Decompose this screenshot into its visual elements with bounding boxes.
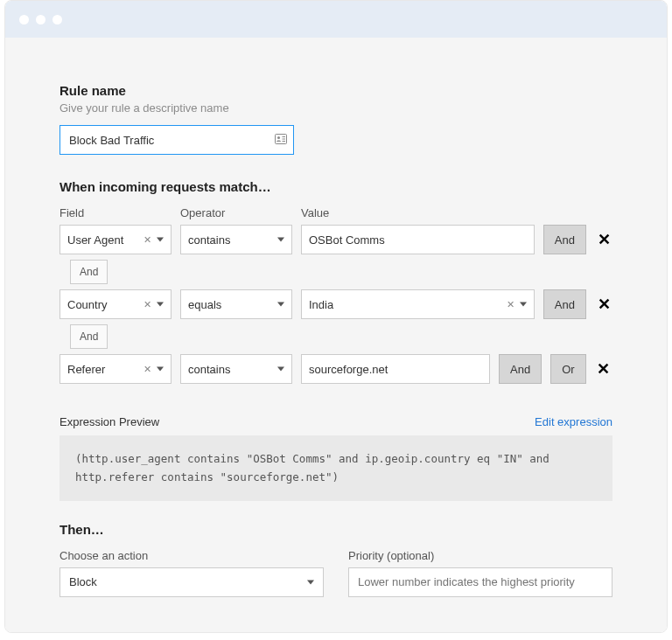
field-select[interactable]: User Agent ✕: [60, 225, 172, 254]
chevron-down-icon: [277, 367, 284, 372]
remove-row-icon[interactable]: ✕: [595, 230, 612, 249]
edit-expression-link[interactable]: Edit expression: [535, 415, 612, 428]
value-input-text: sourceforge.net: [309, 363, 388, 376]
rule-name-subtitle: Give your rule a descriptive name: [60, 101, 612, 115]
rule-row: Referer ✕ contains sourceforge.net And O…: [60, 354, 612, 384]
action-select-value: Block: [69, 575, 97, 588]
svg-point-1: [277, 136, 280, 139]
clear-icon[interactable]: ✕: [144, 299, 151, 310]
field-select-label: Country: [67, 298, 108, 311]
field-select-label: Referer: [67, 363, 105, 376]
chevron-down-icon: [277, 303, 284, 307]
remove-row-icon[interactable]: ✕: [595, 295, 612, 314]
window-titlebar: [5, 1, 667, 38]
chevron-down-icon: [157, 303, 164, 307]
remove-row-icon[interactable]: ✕: [595, 359, 612, 379]
value-input-text: India: [309, 298, 333, 311]
header-value: Value: [301, 206, 612, 219]
operator-select-label: equals: [188, 298, 221, 311]
connector-badge: And: [70, 324, 108, 349]
column-headers: Field Operator Value: [60, 206, 612, 219]
rule-name-title: Rule name: [60, 83, 612, 98]
window-dot: [52, 15, 62, 24]
header-field: Field: [60, 206, 172, 219]
and-button[interactable]: And: [543, 289, 586, 319]
chevron-down-icon: [277, 238, 284, 242]
field-select-label: User Agent: [67, 233, 123, 247]
and-button[interactable]: And: [543, 225, 586, 254]
chevron-down-icon: [307, 580, 314, 584]
window-dot: [19, 15, 29, 24]
operator-select[interactable]: contains: [180, 354, 292, 384]
operator-select-label: contains: [188, 233, 230, 247]
action-label: Choose an action: [60, 549, 324, 562]
contact-card-icon: [275, 132, 287, 148]
priority-label: Priority (optional): [348, 549, 612, 562]
or-button[interactable]: Or: [550, 354, 585, 384]
chevron-down-icon: [157, 238, 164, 242]
value-input[interactable]: India ✕: [301, 289, 535, 319]
header-operator: Operator: [180, 206, 292, 219]
clear-icon[interactable]: ✕: [144, 364, 151, 375]
match-section-title: When incoming requests match…: [60, 179, 612, 194]
and-button[interactable]: And: [499, 354, 542, 384]
expression-preview-label: Expression Preview: [60, 415, 159, 428]
field-select[interactable]: Referer ✕: [60, 354, 172, 384]
value-input-text: OSBot Comms: [309, 233, 385, 247]
clear-icon[interactable]: ✕: [507, 299, 514, 310]
window-dot: [36, 15, 46, 24]
chevron-down-icon: [157, 367, 164, 372]
rule-row: Country ✕ equals India ✕ And ✕: [60, 289, 612, 319]
operator-select-label: contains: [188, 363, 230, 376]
rule-name-input[interactable]: [60, 125, 294, 155]
connector-badge: And: [70, 260, 108, 284]
value-input[interactable]: sourceforge.net: [301, 354, 490, 384]
operator-select[interactable]: contains: [180, 225, 292, 254]
field-select[interactable]: Country ✕: [60, 289, 172, 319]
chevron-down-icon: [520, 303, 527, 307]
clear-icon[interactable]: ✕: [144, 234, 151, 246]
expression-preview-box: (http.user_agent contains "OSBot Comms" …: [60, 435, 612, 501]
priority-input[interactable]: [348, 567, 612, 597]
operator-select[interactable]: equals: [180, 289, 292, 319]
then-section-title: Then…: [60, 522, 612, 537]
value-input[interactable]: OSBot Comms: [301, 225, 535, 254]
action-select[interactable]: Block: [60, 567, 324, 597]
rule-row: User Agent ✕ contains OSBot Comms And ✕: [60, 225, 612, 254]
